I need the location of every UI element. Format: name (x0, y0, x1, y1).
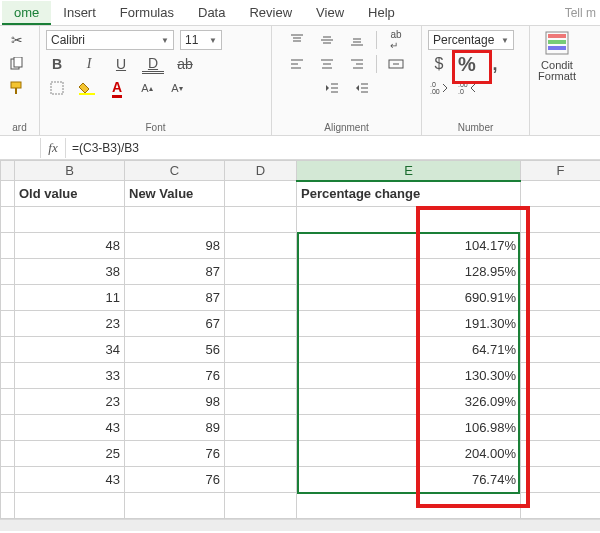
cell[interactable]: 326.09% (297, 389, 521, 415)
cell[interactable] (521, 467, 601, 493)
table-row[interactable]: 345664.71% (1, 337, 601, 363)
cell[interactable]: 98 (125, 233, 225, 259)
align-bottom-icon[interactable] (346, 30, 368, 50)
table-row[interactable]: 4898104.17% (1, 233, 601, 259)
cell[interactable] (225, 259, 297, 285)
cell[interactable]: 128.95% (297, 259, 521, 285)
table-row[interactable]: 2367191.30% (1, 311, 601, 337)
tab-review[interactable]: Review (237, 1, 304, 24)
fx-icon[interactable]: fx (40, 138, 66, 158)
cell[interactable]: 98 (125, 389, 225, 415)
col-header-d[interactable]: D (225, 161, 297, 181)
cell[interactable]: 23 (15, 311, 125, 337)
table-row[interactable]: 4389106.98% (1, 415, 601, 441)
cell[interactable]: 191.30% (297, 311, 521, 337)
header-new-value[interactable]: New Value (125, 181, 225, 207)
decrease-decimal-icon[interactable]: .00.0 (456, 78, 478, 98)
cell[interactable] (225, 441, 297, 467)
table-row[interactable]: 3376130.30% (1, 363, 601, 389)
cell[interactable]: 38 (15, 259, 125, 285)
cell[interactable]: 130.30% (297, 363, 521, 389)
cell[interactable]: 76 (125, 363, 225, 389)
header-old-value[interactable]: Old value (15, 181, 125, 207)
cell[interactable] (521, 389, 601, 415)
cell[interactable] (225, 233, 297, 259)
cell[interactable] (521, 233, 601, 259)
horizontal-scrollbar[interactable] (0, 519, 600, 531)
col-header-e[interactable]: E (297, 161, 521, 181)
align-top-icon[interactable] (286, 30, 308, 50)
tab-home[interactable]: ome (2, 1, 51, 24)
cell[interactable] (521, 363, 601, 389)
table-row[interactable]: 2576204.00% (1, 441, 601, 467)
spreadsheet-grid[interactable]: B C D E F Old value New Value Percentage… (0, 160, 600, 519)
tab-insert[interactable]: Insert (51, 1, 108, 24)
cell[interactable] (225, 311, 297, 337)
cell[interactable]: 43 (15, 467, 125, 493)
font-name-select[interactable]: Calibri ▼ (46, 30, 174, 50)
cell[interactable]: 106.98% (297, 415, 521, 441)
cell[interactable]: 43 (15, 415, 125, 441)
copy-icon[interactable] (6, 54, 28, 74)
font-color-icon[interactable]: A (106, 78, 128, 98)
col-header-b[interactable]: B (15, 161, 125, 181)
cell[interactable] (225, 389, 297, 415)
cell[interactable]: 87 (125, 285, 225, 311)
increase-decimal-icon[interactable]: .0.00 (428, 78, 450, 98)
merge-cells-icon[interactable] (385, 54, 407, 74)
col-header-f[interactable]: F (521, 161, 601, 181)
cell[interactable] (521, 337, 601, 363)
cell[interactable]: 67 (125, 311, 225, 337)
cell[interactable] (521, 285, 601, 311)
conditional-formatting-button[interactable]: Condit Formatt (536, 30, 578, 82)
cell[interactable]: 23 (15, 389, 125, 415)
cell[interactable]: 48 (15, 233, 125, 259)
cell[interactable] (521, 311, 601, 337)
font-size-select[interactable]: 11 ▼ (180, 30, 222, 50)
formula-input[interactable]: =(C3-B3)/B3 (66, 141, 600, 155)
percent-button[interactable]: % (456, 54, 478, 74)
cut-icon[interactable]: ✂ (6, 30, 28, 50)
cell[interactable] (521, 441, 601, 467)
header-percentage-change[interactable]: Percentage change (297, 181, 521, 207)
bold-button[interactable]: B (46, 54, 68, 74)
table-row[interactable]: 2398326.09% (1, 389, 601, 415)
align-middle-icon[interactable] (316, 30, 338, 50)
cell[interactable] (521, 415, 601, 441)
decrease-indent-icon[interactable] (321, 78, 343, 98)
table-row[interactable]: 3887128.95% (1, 259, 601, 285)
table-row[interactable] (1, 207, 601, 233)
cell[interactable]: 690.91% (297, 285, 521, 311)
cell[interactable]: 104.17% (297, 233, 521, 259)
cell[interactable] (225, 363, 297, 389)
number-format-select[interactable]: Percentage ▼ (428, 30, 514, 50)
column-headers[interactable]: B C D E F (1, 161, 601, 181)
tell-me-search[interactable]: Tell m (565, 6, 600, 20)
cell[interactable] (521, 259, 601, 285)
decrease-font-icon[interactable]: A▾ (166, 78, 188, 98)
cell[interactable]: 34 (15, 337, 125, 363)
col-header-blank[interactable] (1, 161, 15, 181)
currency-button[interactable]: $ (428, 54, 450, 74)
cell[interactable]: 64.71% (297, 337, 521, 363)
tab-view[interactable]: View (304, 1, 356, 24)
borders-icon[interactable] (46, 78, 68, 98)
cell[interactable]: 76 (125, 441, 225, 467)
cell[interactable] (225, 467, 297, 493)
cell[interactable]: 76.74% (297, 467, 521, 493)
cell[interactable]: 25 (15, 441, 125, 467)
table-row[interactable] (1, 493, 601, 519)
cell[interactable]: 87 (125, 259, 225, 285)
cell[interactable] (225, 285, 297, 311)
increase-indent-icon[interactable] (351, 78, 373, 98)
cell[interactable]: 33 (15, 363, 125, 389)
table-row[interactable]: 437676.74% (1, 467, 601, 493)
cell[interactable] (225, 337, 297, 363)
italic-button[interactable]: I (78, 54, 100, 74)
underline-button[interactable]: U (110, 54, 132, 74)
cell[interactable]: 89 (125, 415, 225, 441)
cell[interactable]: 76 (125, 467, 225, 493)
cell[interactable]: 56 (125, 337, 225, 363)
col-header-c[interactable]: C (125, 161, 225, 181)
strike-button[interactable]: ab (174, 54, 196, 74)
